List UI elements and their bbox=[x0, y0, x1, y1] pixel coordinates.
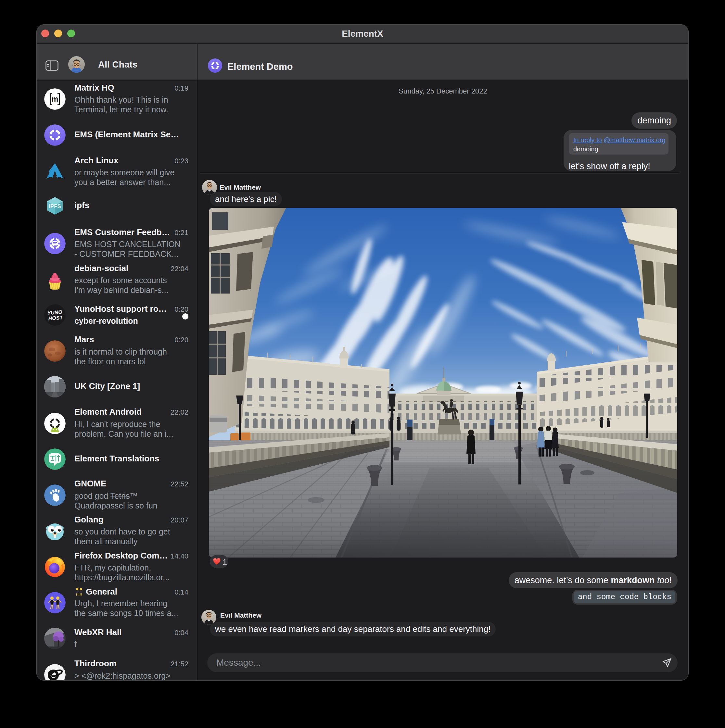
svg-text:m: m bbox=[52, 95, 58, 103]
svg-text:HOST: HOST bbox=[48, 315, 63, 321]
svg-text:IPFS: IPFS bbox=[49, 203, 61, 210]
